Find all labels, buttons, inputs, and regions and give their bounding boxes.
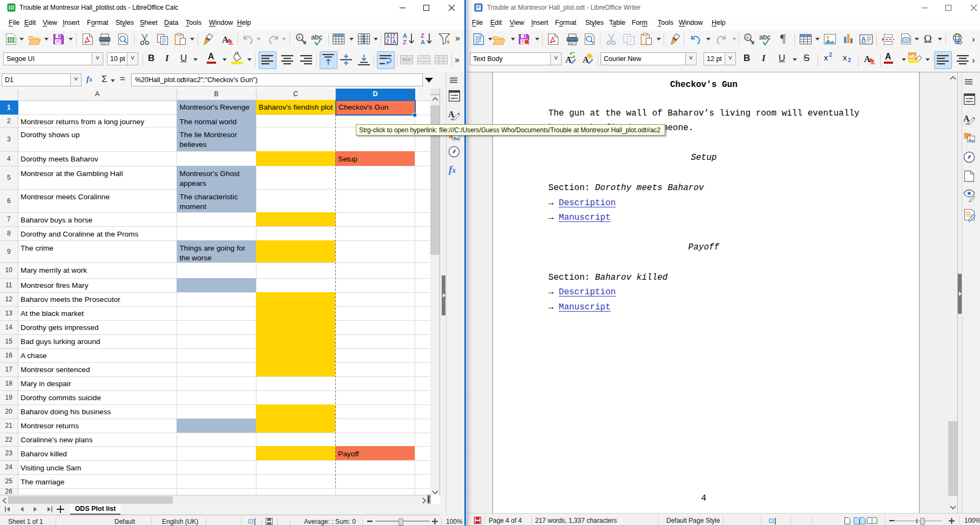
svg-text:A: A: [963, 114, 970, 123]
svg-text:A: A: [565, 55, 572, 64]
svg-text:Z: Z: [403, 39, 407, 45]
svg-text:A: A: [393, 39, 396, 45]
svg-text:A: A: [421, 39, 425, 45]
svg-text:Z: Z: [386, 39, 389, 45]
svg-text:a: a: [746, 35, 749, 40]
svg-text:A: A: [861, 36, 866, 43]
svg-text:Z: Z: [421, 32, 424, 39]
svg-text:Ω: Ω: [924, 33, 932, 45]
svg-text:A: A: [403, 32, 407, 39]
svg-text:A: A: [448, 110, 455, 119]
svg-text:a: a: [298, 35, 301, 40]
svg-text:d: d: [303, 40, 306, 45]
svg-text:d: d: [752, 40, 754, 45]
svg-text:ab: ab: [909, 53, 916, 59]
